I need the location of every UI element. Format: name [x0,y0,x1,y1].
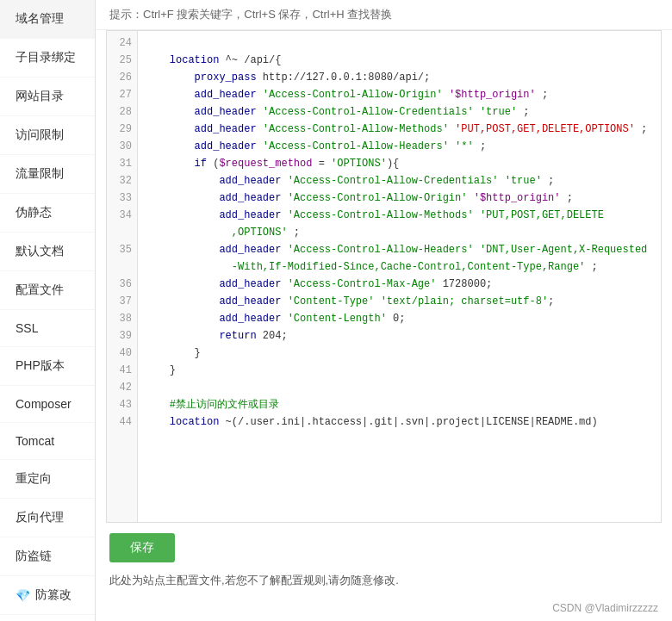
sidebar-item-rewrite[interactable]: 伪静态 [0,194,95,233]
sidebar-item-tomcat[interactable]: Tomcat [0,423,95,460]
code-text[interactable]: location ^~ /api/{ proxy_pass http://127… [138,31,661,522]
code-editor[interactable]: 24 25 26 27 28 29 30 31 32 33 34 35 36 3… [106,30,662,523]
sidebar-item-label: 子目录绑定 [16,50,76,65]
footer-credit: CSDN @Vladimirzzzzz [96,595,672,621]
sidebar-item-label: Composer [16,397,72,411]
sidebar-item-default-doc[interactable]: 默认文档 [0,233,95,271]
sidebar-item-label: 网站目录 [16,89,64,104]
save-button[interactable]: 保存 [109,533,175,562]
line-numbers: 24 25 26 27 28 29 30 31 32 33 34 35 36 3… [107,31,138,522]
sidebar-item-traffic[interactable]: 流量限制 [0,155,95,194]
hint-text: 提示：Ctrl+F 搜索关键字，Ctrl+S 保存，Ctrl+H 查找替换 [109,8,392,21]
sidebar-item-tamper[interactable]: 💎 防篡改 [0,576,95,615]
sidebar-item-label: 伪静态 [16,205,52,220]
sidebar-item-label: 域名管理 [16,11,64,27]
sidebar-item-label: 流量限制 [16,166,64,182]
note-area: 此处为站点主配置文件,若您不了解配置规则,请勿随意修改. [96,573,672,595]
sidebar-item-security-scan[interactable]: 💎 安全扫描 [0,615,95,621]
sidebar-item-reverse-proxy[interactable]: 反向代理 [0,499,95,537]
sidebar-item-access[interactable]: 访问限制 [0,116,95,155]
sidebar-item-label: PHP版本 [16,358,65,374]
sidebar-item-label: SSL [16,321,38,335]
sidebar-item-label: 配置文件 [16,283,64,298]
save-area: 保存 [96,523,672,573]
sidebar-item-label: 防盗链 [16,549,52,564]
sidebar-item-label: 默认文档 [16,244,64,259]
sidebar-item-redirect[interactable]: 重定向 [0,460,95,499]
sidebar-item-webroot[interactable]: 网站目录 [0,78,95,116]
sidebar-item-label: 访问限制 [16,127,64,143]
sidebar-item-php[interactable]: PHP版本 [0,347,95,386]
main-content: 提示：Ctrl+F 搜索关键字，Ctrl+S 保存，Ctrl+H 查找替换 24… [96,0,672,621]
credit-text: CSDN @Vladimirzzzzz [552,602,658,614]
sidebar-item-domain[interactable]: 域名管理 [0,0,95,39]
sidebar-item-label: 反向代理 [16,510,64,525]
sidebar: 域名管理 子目录绑定 网站目录 访问限制 流量限制 伪静态 默认文档 配置文件 … [0,0,96,621]
sidebar-item-config[interactable]: 配置文件 [0,271,95,310]
hint-bar: 提示：Ctrl+F 搜索关键字，Ctrl+S 保存，Ctrl+H 查找替换 [96,0,672,30]
sidebar-item-ssl[interactable]: SSL [0,310,95,347]
sidebar-item-label: Tomcat [16,434,54,448]
sidebar-item-hotlink[interactable]: 防盗链 [0,537,95,576]
sidebar-item-subdir[interactable]: 子目录绑定 [0,39,95,78]
sidebar-item-label: 防篡改 [35,587,72,603]
sidebar-item-composer[interactable]: Composer [0,386,95,423]
sidebar-item-label: 重定向 [16,471,52,487]
note-content: 此处为站点主配置文件,若您不了解配置规则,请勿随意修改. [109,574,399,587]
gem-icon: 💎 [16,588,30,602]
